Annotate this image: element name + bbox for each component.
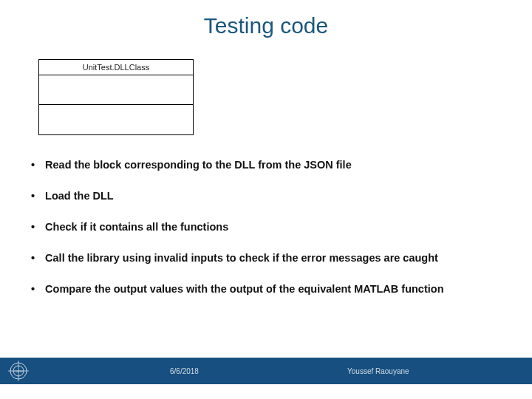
list-item: Read the block corresponding to the DLL … xyxy=(31,159,510,171)
bullet-text: Load the DLL xyxy=(45,190,114,202)
page-title: Testing code xyxy=(0,0,532,38)
class-attributes xyxy=(39,75,193,105)
bullet-text: Call the library using invalid inputs to… xyxy=(45,252,438,264)
class-diagram: UnitTest.DLLClass xyxy=(38,59,194,135)
bullet-text: Check if it contains all the functions xyxy=(45,221,228,233)
footer-author: Youssef Raouyane xyxy=(347,367,409,375)
list-item: Check if it contains all the functions xyxy=(31,221,510,233)
bullet-text: Read the block corresponding to the DLL … xyxy=(45,159,352,171)
list-item: Call the library using invalid inputs to… xyxy=(31,252,510,264)
footer-bar: CERN 6/6/2018 Youssef Raouyane xyxy=(0,358,532,384)
bullet-text: Compare the output values with the outpu… xyxy=(45,283,443,295)
class-methods xyxy=(39,105,193,134)
footer-date: 6/6/2018 xyxy=(170,367,199,375)
bullet-list: Read the block corresponding to the DLL … xyxy=(31,159,510,314)
class-name: UnitTest.DLLClass xyxy=(39,60,193,75)
logo-text: CERN xyxy=(14,369,22,373)
list-item: Load the DLL xyxy=(31,190,510,202)
list-item: Compare the output values with the outpu… xyxy=(31,283,510,295)
cern-logo-icon: CERN xyxy=(0,361,37,381)
